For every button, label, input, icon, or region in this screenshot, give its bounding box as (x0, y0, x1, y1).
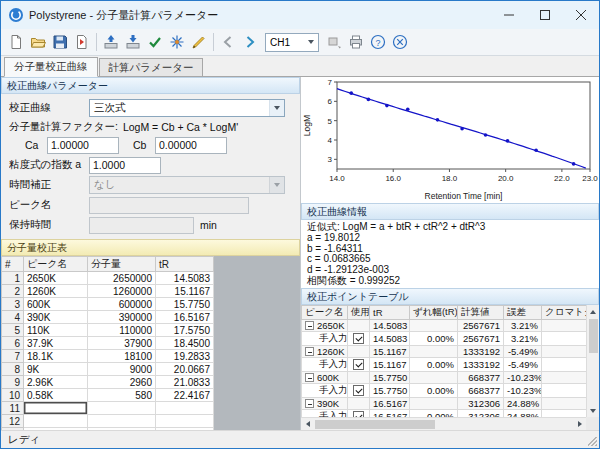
grid-cell[interactable]: 580 (88, 389, 156, 402)
open-file-button[interactable] (27, 31, 49, 53)
use-cell[interactable] (348, 320, 370, 332)
shift-cell[interactable]: 0.00% (410, 384, 458, 398)
calc-cell[interactable]: 668377 (458, 384, 504, 398)
grid-cell[interactable]: 19.2833 (156, 350, 214, 363)
calc-cell[interactable]: 312306 (458, 398, 504, 410)
exit-button[interactable] (389, 31, 411, 53)
calc-cell[interactable]: 1333192 (458, 358, 504, 372)
col-header-peak[interactable]: ピーク名 (24, 257, 88, 272)
tool-dropdown-button[interactable] (323, 31, 345, 53)
grid-cell[interactable] (88, 402, 156, 415)
peak-name-cell[interactable]: 手入力 (302, 332, 348, 346)
shift-cell[interactable] (410, 398, 458, 410)
grid-cell[interactable]: 15.1167 (156, 285, 214, 298)
vertical-scrollbar[interactable] (586, 305, 599, 417)
error-cell[interactable]: -5.49% (504, 358, 542, 372)
calibration-curve-select[interactable]: 三次式 (89, 99, 285, 117)
viscosity-exponent-input[interactable]: 1.0000 (89, 157, 161, 174)
tr-cell[interactable]: 16.5167 (370, 398, 410, 410)
col-header-shift[interactable]: ずれ幅(tR) (410, 306, 458, 320)
error-cell[interactable]: 3.21% (504, 320, 542, 332)
grid-cell[interactable] (156, 402, 214, 415)
shift-cell[interactable]: 0.00% (410, 410, 458, 418)
grid-cell[interactable]: 37900 (88, 337, 156, 350)
grid-cell[interactable]: 22.4167 (156, 389, 214, 402)
row-number[interactable]: 9 (2, 376, 24, 389)
close-button[interactable] (563, 1, 599, 29)
tr-cell[interactable]: 15.1167 (370, 346, 410, 358)
peak-name-cell[interactable]: 手入力 (302, 410, 348, 418)
tr-cell[interactable]: 15.1167 (370, 358, 410, 372)
scroll-up-button[interactable] (587, 305, 600, 318)
grid-cell[interactable]: 15.7750 (156, 298, 214, 311)
grid-cell[interactable]: 600000 (88, 298, 156, 311)
col-header-peak-name[interactable]: ピーク名 (302, 306, 348, 320)
use-cell[interactable] (348, 398, 370, 410)
grid-cell[interactable]: 110K (24, 324, 88, 337)
scroll-down-button[interactable] (587, 404, 600, 417)
col-header-tr[interactable]: tR (156, 257, 214, 272)
validate-button[interactable] (144, 31, 166, 53)
calc-cell[interactable]: 312306 (458, 410, 504, 418)
row-number[interactable]: 7 (2, 350, 24, 363)
row-number[interactable]: 1 (2, 272, 24, 285)
col-header-mw[interactable]: 分子量 (88, 257, 156, 272)
help-button[interactable]: ? (367, 31, 389, 53)
grid-cell[interactable]: 2.96K (24, 376, 88, 389)
row-number[interactable]: 6 (2, 337, 24, 350)
shift-cell[interactable] (410, 346, 458, 358)
grid-cell[interactable]: 390000 (88, 311, 156, 324)
tab-molecular-weight-calibration[interactable]: 分子量校正曲線 (4, 57, 98, 77)
shift-cell[interactable]: 0.00% (410, 358, 458, 372)
maximize-button[interactable] (527, 1, 563, 29)
col-header-calc[interactable]: 計算値 (458, 306, 504, 320)
peak-name-cell[interactable]: 2650K (302, 320, 348, 332)
grid-cell[interactable]: 390K (24, 311, 88, 324)
cb-input[interactable]: 0.00000 (155, 137, 227, 154)
col-header-use[interactable]: 使用 (348, 306, 370, 320)
row-number[interactable]: 12 (2, 415, 24, 428)
peak-name-cell[interactable]: 390K (302, 398, 348, 410)
chromatogram-cell[interactable] (542, 358, 587, 372)
grid-cell[interactable]: 14.5083 (156, 272, 214, 285)
horizontal-scrollbar[interactable] (301, 417, 586, 430)
row-number[interactable]: 10 (2, 389, 24, 402)
grid-cell[interactable]: 2650K (24, 272, 88, 285)
row-number[interactable]: 8 (2, 363, 24, 376)
grid-cell[interactable]: 1260000 (88, 285, 156, 298)
tab-calculation-parameters[interactable]: 計算パラメーター (99, 58, 204, 76)
chromatogram-cell[interactable] (542, 372, 587, 384)
grid-cell[interactable]: 1260K (24, 285, 88, 298)
chromatogram-cell[interactable] (542, 384, 587, 398)
grid-cell[interactable]: 17.5750 (156, 324, 214, 337)
chromatogram-cell[interactable] (542, 332, 587, 346)
col-header-index[interactable]: # (2, 257, 24, 272)
row-number[interactable]: 5 (2, 324, 24, 337)
grid-cell[interactable]: 20.0667 (156, 363, 214, 376)
use-cell[interactable] (348, 410, 370, 418)
grid-cell[interactable]: 9K (24, 363, 88, 376)
error-cell[interactable]: 24.88% (504, 398, 542, 410)
grid-cell[interactable] (156, 415, 214, 428)
grid-cell[interactable]: 2650000 (88, 272, 156, 285)
use-cell[interactable] (348, 384, 370, 398)
grid-cell[interactable]: 600K (24, 298, 88, 311)
grid-cell[interactable]: 9000 (88, 363, 156, 376)
tr-cell[interactable]: 15.7750 (370, 372, 410, 384)
use-cell[interactable] (348, 358, 370, 372)
grid-cell[interactable]: 16.5167 (156, 311, 214, 324)
col-header-chromatogram[interactable]: クロマトグラム名 (542, 306, 587, 320)
peak-pick-button[interactable] (166, 31, 188, 53)
peak-name-cell[interactable]: 手入力 (302, 358, 348, 372)
scroll-right-button[interactable] (573, 418, 586, 431)
save-button[interactable] (49, 31, 71, 53)
shift-cell[interactable] (410, 320, 458, 332)
row-number[interactable]: 11 (2, 402, 24, 415)
error-cell[interactable]: 3.21% (504, 332, 542, 346)
grid-cell[interactable]: 18.4500 (156, 337, 214, 350)
grid-cell[interactable]: 21.0833 (156, 376, 214, 389)
error-cell[interactable]: 24.88% (504, 410, 542, 418)
tr-cell[interactable]: 14.5083 (370, 320, 410, 332)
peak-name-cell[interactable]: 600K (302, 372, 348, 384)
ca-input[interactable]: 1.00000 (47, 137, 119, 154)
